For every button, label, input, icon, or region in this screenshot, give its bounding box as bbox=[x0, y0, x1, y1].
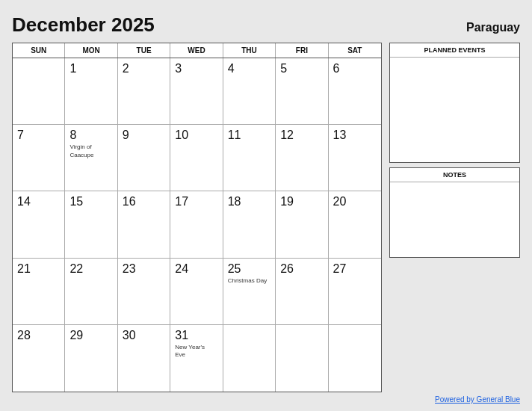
day-cell: 11 bbox=[223, 125, 276, 191]
day-cell: 9 bbox=[118, 125, 170, 191]
day-header-mon: MON bbox=[65, 43, 117, 58]
planned-events-content bbox=[390, 58, 519, 162]
day-cell: 3 bbox=[170, 58, 223, 125]
day-number: 29 bbox=[69, 328, 83, 342]
day-cell: 12 bbox=[276, 125, 328, 191]
day-number: 2 bbox=[123, 61, 129, 75]
day-cell: 6 bbox=[329, 58, 381, 125]
page: December 2025 Paraguay SUNMONTUEWEDTHUFR… bbox=[0, 0, 532, 411]
calendar: SUNMONTUEWEDTHUFRISAT 12345678Virgin of … bbox=[12, 43, 382, 392]
day-cell: 23 bbox=[118, 259, 170, 325]
day-cell: 7 bbox=[13, 125, 65, 191]
day-cell: 5 bbox=[276, 58, 328, 125]
day-cell: 15 bbox=[65, 191, 117, 258]
day-cell: 25Christmas Day bbox=[223, 259, 276, 325]
day-number: 1 bbox=[69, 61, 76, 75]
day-cell: 8Virgin of Caacupe bbox=[65, 125, 117, 191]
day-number: 5 bbox=[280, 61, 287, 75]
day-cell: 18 bbox=[223, 191, 276, 258]
day-number: 13 bbox=[333, 128, 347, 142]
event-label: Virgin of Caacupe bbox=[69, 143, 93, 159]
day-cell: 21 bbox=[13, 259, 65, 325]
day-number: 8 bbox=[69, 128, 76, 142]
sidebar: PLANNED EVENTS NOTES bbox=[389, 43, 520, 392]
day-cell: 31New Year's Eve bbox=[170, 325, 223, 392]
day-cell: 16 bbox=[118, 191, 170, 258]
day-number: 14 bbox=[17, 194, 31, 208]
day-number: 23 bbox=[123, 262, 136, 276]
day-cell: 13 bbox=[329, 125, 381, 191]
day-cell: 24 bbox=[170, 259, 223, 325]
planned-events-box: PLANNED EVENTS bbox=[389, 43, 520, 163]
day-number: 20 bbox=[333, 194, 347, 208]
day-number: 26 bbox=[280, 262, 294, 276]
event-label: Christmas Day bbox=[228, 277, 267, 285]
notes-box: NOTES bbox=[389, 167, 520, 258]
footer: Powered by General Blue bbox=[12, 395, 520, 404]
day-number: 25 bbox=[228, 262, 241, 276]
day-cell: 20 bbox=[329, 191, 381, 258]
day-cell: 10 bbox=[170, 125, 223, 191]
header: December 2025 Paraguay bbox=[12, 13, 520, 37]
day-cell: 14 bbox=[13, 191, 65, 258]
day-cell: 17 bbox=[170, 191, 223, 258]
day-number: 16 bbox=[123, 194, 136, 208]
country-label: Paraguay bbox=[466, 21, 520, 34]
day-number: 7 bbox=[17, 128, 24, 142]
event-label: New Year's Eve bbox=[175, 344, 205, 359]
calendar-day-headers: SUNMONTUEWEDTHUFRISAT bbox=[13, 43, 381, 58]
day-number: 17 bbox=[175, 194, 188, 208]
main-content: SUNMONTUEWEDTHUFRISAT 12345678Virgin of … bbox=[12, 43, 520, 392]
planned-events-title: PLANNED EVENTS bbox=[390, 43, 519, 58]
day-number: 12 bbox=[280, 128, 294, 142]
day-number: 9 bbox=[123, 128, 129, 142]
day-cell: 19 bbox=[276, 191, 328, 258]
day-header-fri: FRI bbox=[276, 43, 328, 58]
day-number: 11 bbox=[228, 128, 241, 142]
notes-content bbox=[390, 182, 519, 257]
notes-title: NOTES bbox=[390, 168, 519, 182]
footer-link[interactable]: Powered by General Blue bbox=[435, 395, 520, 404]
day-header-wed: WED bbox=[170, 43, 223, 58]
day-cell bbox=[13, 58, 65, 125]
day-number: 30 bbox=[123, 328, 136, 342]
day-cell: 29 bbox=[65, 325, 117, 392]
day-number: 18 bbox=[228, 194, 241, 208]
day-cell bbox=[223, 325, 276, 392]
day-number: 19 bbox=[280, 194, 294, 208]
day-cell: 27 bbox=[329, 259, 381, 325]
day-cell: 26 bbox=[276, 259, 328, 325]
day-number: 3 bbox=[175, 61, 182, 75]
day-cell: 28 bbox=[13, 325, 65, 392]
day-number: 6 bbox=[333, 61, 340, 75]
day-header-thu: THU bbox=[223, 43, 276, 58]
day-cell: 30 bbox=[118, 325, 170, 392]
day-header-tue: TUE bbox=[118, 43, 170, 58]
day-header-sat: SAT bbox=[329, 43, 381, 58]
day-cell: 2 bbox=[118, 58, 170, 125]
day-cell bbox=[329, 325, 381, 392]
calendar-body: 12345678Virgin of Caacupe910111213141516… bbox=[13, 58, 381, 392]
day-number: 28 bbox=[17, 328, 31, 342]
day-number: 22 bbox=[69, 262, 83, 276]
day-cell: 1 bbox=[65, 58, 117, 125]
day-number: 15 bbox=[69, 194, 83, 208]
day-cell: 22 bbox=[65, 259, 117, 325]
day-number: 31 bbox=[175, 328, 188, 342]
page-title: December 2025 bbox=[12, 13, 155, 37]
day-number: 10 bbox=[175, 128, 188, 142]
day-number: 4 bbox=[228, 61, 235, 75]
day-number: 21 bbox=[17, 262, 31, 276]
day-header-sun: SUN bbox=[13, 43, 65, 58]
day-number: 27 bbox=[333, 262, 347, 276]
day-number: 24 bbox=[175, 262, 188, 276]
day-cell bbox=[276, 325, 328, 392]
day-cell: 4 bbox=[223, 58, 276, 125]
